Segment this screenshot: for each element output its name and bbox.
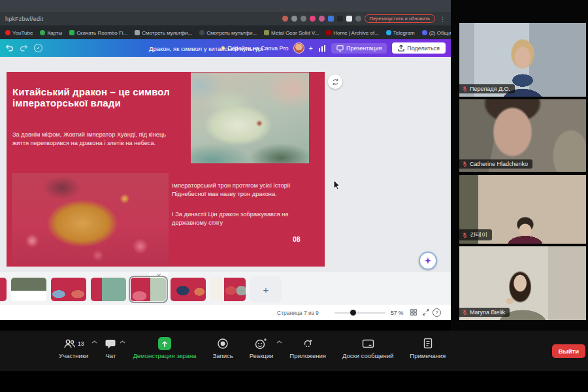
participant-name: Catherine Hladchenko [470, 161, 528, 167]
profile-icon[interactable] [355, 16, 361, 22]
dragon-artwork-image[interactable] [12, 173, 169, 265]
slide-heading[interactable]: Китайський дракон – це символ імператорс… [12, 87, 178, 109]
favicon [326, 30, 331, 35]
bookmarks-bar: YouTube Карты Скачать Roombo Fi... Смотр… [0, 26, 451, 39]
slide-paragraph[interactable]: Імператорський трон протягом усієї істор… [172, 182, 312, 199]
slide-thumbnail-selected[interactable] [131, 278, 166, 301]
grid-view-icon[interactable] [410, 308, 417, 316]
extension-icon[interactable] [328, 16, 334, 22]
participant-nametag: Перепадя Д.О. [459, 84, 515, 93]
notes-button[interactable]: Примечания [410, 337, 446, 359]
participants-icon [63, 338, 76, 350]
help-button[interactable]: ? [433, 308, 441, 317]
chevron-up-icon[interactable] [91, 340, 97, 344]
add-member-icon[interactable]: + [308, 44, 312, 52]
slide-thumbnail[interactable] [210, 278, 246, 301]
editor-canvas: Китайський дракон – це символ імператорс… [0, 57, 451, 272]
favicon [386, 30, 391, 35]
slide-thumbnail[interactable] [51, 278, 86, 301]
zoom-slider[interactable] [335, 312, 385, 314]
slide-paragraph[interactable]: За давнім міфом, Жовтий Імператор Хуанді… [12, 131, 177, 148]
document-title[interactable]: Дракон, як символ у китайській культурі [149, 44, 263, 52]
participant-name: Перепадя Д.О. [470, 86, 510, 92]
share-button[interactable]: Поделиться [392, 42, 446, 54]
slide-page-number: 08 [293, 235, 301, 243]
magic-assistant-button[interactable] [419, 252, 437, 270]
participant-name: Maryna Bielik [470, 309, 505, 316]
chat-button[interactable]: Чат [105, 337, 116, 359]
participant-video[interactable]: Перепадя Д.О. [459, 23, 586, 97]
favicon [264, 30, 269, 35]
bookmark-item[interactable]: Home | Archive of... [326, 30, 379, 36]
favicon [422, 30, 427, 35]
reactions-button[interactable]: Реакции [250, 337, 274, 359]
participant-nametag: Catherine Hladchenko [459, 159, 532, 169]
slide-page[interactable]: Китайський дракон – це символ імператорс… [7, 72, 325, 267]
zoom-slider-handle[interactable] [350, 310, 356, 316]
favicon [69, 30, 74, 35]
favicon [40, 30, 45, 35]
extension-icon[interactable] [319, 16, 325, 22]
participants-video-panel: Перепадя Д.О. Catherine Hladchenko 간태이 M… [451, 0, 588, 331]
url-text[interactable]: hpkFzbwf/edit [5, 16, 43, 22]
saved-status-icon: ✓ [34, 44, 42, 52]
mic-muted-icon [462, 309, 468, 316]
participants-count: 13 [78, 340, 84, 347]
browser-menu-icon[interactable]: ⋮ [440, 16, 446, 22]
slide-thumbnail[interactable] [0, 278, 7, 301]
add-page-button[interactable]: + [250, 276, 282, 302]
share-page-icon[interactable] [291, 16, 297, 22]
bookmark-item[interactable]: Смотреть мультфи... [135, 30, 192, 36]
apps-button[interactable]: Приложения [289, 337, 326, 359]
participant-video[interactable]: Catherine Hladchenko [459, 99, 586, 172]
leave-meeting-button[interactable]: Выйти [552, 344, 585, 358]
present-button[interactable]: Презентация [331, 43, 387, 54]
avatar[interactable] [293, 42, 304, 54]
fullscreen-icon[interactable] [422, 308, 430, 316]
participant-video[interactable]: Maryna Bielik [459, 246, 586, 320]
bookmark-item[interactable]: Смотреть мультфи... [199, 30, 257, 36]
extension-icon[interactable] [337, 16, 343, 22]
favicon [5, 30, 10, 35]
mouse-cursor [333, 180, 340, 190]
zoom-percent[interactable]: 57 % [391, 310, 403, 316]
slide-thumbnail[interactable] [91, 278, 126, 301]
extension-icon[interactable] [346, 16, 352, 22]
chevron-up-icon[interactable] [120, 340, 125, 344]
bookmark-item[interactable]: Telegram [386, 30, 415, 36]
dragon-artwork-image[interactable] [191, 73, 309, 163]
extension-icon[interactable] [282, 16, 288, 22]
whiteboards-button[interactable]: Доски сообщений [342, 337, 393, 359]
bookmark-item[interactable]: (2) Общий [ІСП_19-... [422, 30, 451, 36]
mic-muted-icon [462, 232, 468, 238]
slide-thumbnails-strip: + [0, 272, 451, 304]
participant-video[interactable]: 간태이 [459, 175, 586, 244]
extension-icon[interactable] [310, 16, 316, 22]
bookmark-item[interactable]: Metal Gear Solid V... [264, 30, 319, 36]
meeting-toolbar: 13 Участники Чат Демонстрация экрана Зап… [0, 331, 588, 371]
bookmark-item[interactable]: Карты [40, 30, 62, 36]
participants-button[interactable]: 13 Участники [59, 337, 88, 359]
upload-icon [398, 44, 404, 52]
browser-addressbar: hpkFzbwf/edit Перезапустить и обновить ⋮ [0, 12, 451, 26]
record-button[interactable]: Запись [212, 337, 233, 359]
bookmark-item[interactable]: Скачать Roombo Fi... [69, 30, 127, 36]
bookmark-star-icon[interactable] [301, 16, 306, 22]
sync-button[interactable] [328, 74, 342, 89]
insights-icon[interactable] [318, 44, 326, 52]
whiteboard-icon [362, 338, 374, 350]
page-indicator[interactable]: Страница 7 из 9 [277, 310, 319, 316]
screenshare-button[interactable]: Демонстрация экрана [133, 337, 196, 359]
restart-update-button[interactable]: Перезапустить и обновить [365, 14, 435, 23]
browser-titlebar [0, 0, 451, 12]
redo-icon[interactable] [20, 44, 28, 52]
slide-paragraph[interactable]: І За династії Цін дракон зображувався на… [172, 210, 312, 227]
reactions-icon [255, 338, 267, 350]
screen-share-region: hpkFzbwf/edit Перезапустить и обновить ⋮… [0, 0, 451, 320]
chevron-up-icon[interactable] [276, 340, 282, 344]
slide-thumbnail[interactable] [171, 278, 206, 301]
undo-icon[interactable] [5, 44, 14, 52]
presentation-icon [336, 45, 344, 52]
slide-thumbnail[interactable] [11, 278, 46, 301]
bookmark-item[interactable]: YouTube [5, 30, 33, 36]
